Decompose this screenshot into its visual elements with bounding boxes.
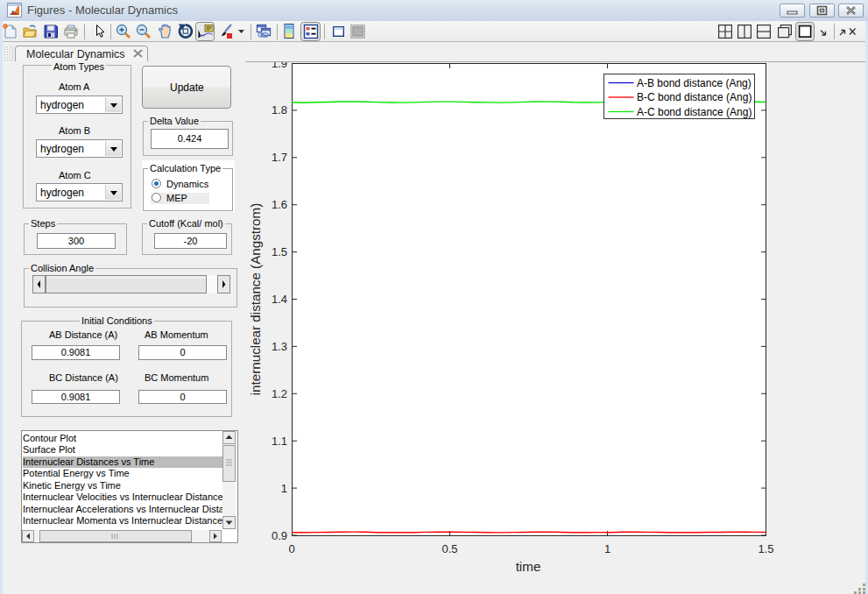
svg-text:A-B bond distance (Ang): A-B bond distance (Ang)	[637, 77, 752, 89]
svg-text:time: time	[516, 559, 541, 574]
svg-text:1.9: 1.9	[272, 62, 287, 70]
svg-text:1.4: 1.4	[272, 293, 287, 306]
svg-text:1.8: 1.8	[272, 103, 287, 117]
svg-text:0: 0	[288, 542, 294, 555]
svg-text:1.6: 1.6	[272, 198, 287, 211]
svg-text:B-C bond distance (Ang): B-C bond distance (Ang)	[637, 91, 752, 103]
svg-text:1.1: 1.1	[272, 435, 287, 448]
svg-text:1.3: 1.3	[272, 340, 287, 353]
svg-text:A-C bond distance (Ang): A-C bond distance (Ang)	[637, 106, 752, 118]
svg-text:1: 1	[604, 542, 610, 555]
svg-text:internuclear distance (Angstro: internuclear distance (Angstrom)	[248, 203, 263, 395]
svg-text:1.5: 1.5	[758, 542, 773, 555]
svg-text:0.9: 0.9	[272, 529, 287, 542]
svg-text:0.5: 0.5	[441, 542, 457, 555]
svg-text:1.2: 1.2	[272, 387, 287, 400]
svg-text:1.7: 1.7	[272, 151, 287, 164]
svg-text:1.5: 1.5	[272, 245, 287, 258]
svg-text:1: 1	[281, 482, 287, 495]
